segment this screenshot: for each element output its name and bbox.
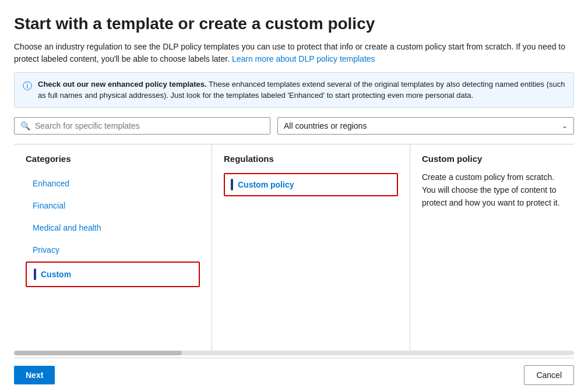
categories-panel: Categories Enhanced Financial Medical an… [14,144,212,351]
info-icon: ⓘ [23,79,32,93]
search-wrapper: 🔍 [14,117,270,135]
sidebar-item-medical-and-health[interactable]: Medical and health [26,217,200,238]
sidebar-item-enhanced[interactable]: Enhanced [26,173,200,194]
custom-policy-header: Custom policy [422,154,562,164]
page-title: Start with a template or create a custom… [14,14,574,34]
footer-bar: Next Cancel [14,358,574,392]
sidebar-item-privacy[interactable]: Privacy [26,239,200,260]
scrollbar-thumb [14,351,182,355]
next-button[interactable]: Next [14,366,55,384]
regulations-panel: Regulations Custom policy [212,144,410,351]
categories-header: Categories [26,154,200,164]
learn-more-link[interactable]: Learn more about DLP policy templates [232,54,375,63]
country-filter-label: All countries or regions [284,121,367,130]
search-icon: 🔍 [20,121,30,130]
info-banner-bold: Check out our new enhanced policy templa… [38,80,207,89]
chevron-down-icon: ⌄ [562,122,568,130]
horizontal-scrollbar[interactable] [14,351,574,355]
custom-policy-panel: Custom policy Create a custom policy fro… [410,144,574,351]
category-label-enhanced: Enhanced [33,179,69,188]
custom-policy-description: Create a custom policy from scratch. You… [422,171,562,210]
info-banner-text: Check out our new enhanced policy templa… [38,79,565,101]
cancel-button[interactable]: Cancel [524,365,574,385]
category-label-medical: Medical and health [33,223,101,232]
page-description: Choose an industry regulation to see the… [14,41,573,65]
search-filter-row: 🔍 All countries or regions ⌄ [14,117,574,135]
search-input[interactable] [35,121,264,130]
sidebar-item-financial[interactable]: Financial [26,195,200,216]
regulation-item-custom-policy[interactable]: Custom policy [224,173,398,196]
info-banner: ⓘ Check out our new enhanced policy temp… [14,72,574,108]
content-area: Categories Enhanced Financial Medical an… [14,144,574,351]
regulation-custom-policy-link[interactable]: Custom policy [238,180,294,189]
regulations-header: Regulations [224,154,398,164]
country-filter-dropdown[interactable]: All countries or regions ⌄ [277,117,574,135]
selected-bar-custom [34,269,36,280]
category-label-privacy: Privacy [33,245,59,255]
sidebar-item-custom[interactable]: Custom [26,262,200,287]
selected-bar-regulation [231,179,233,190]
category-label-financial: Financial [33,201,65,210]
category-label-custom: Custom [41,270,71,279]
